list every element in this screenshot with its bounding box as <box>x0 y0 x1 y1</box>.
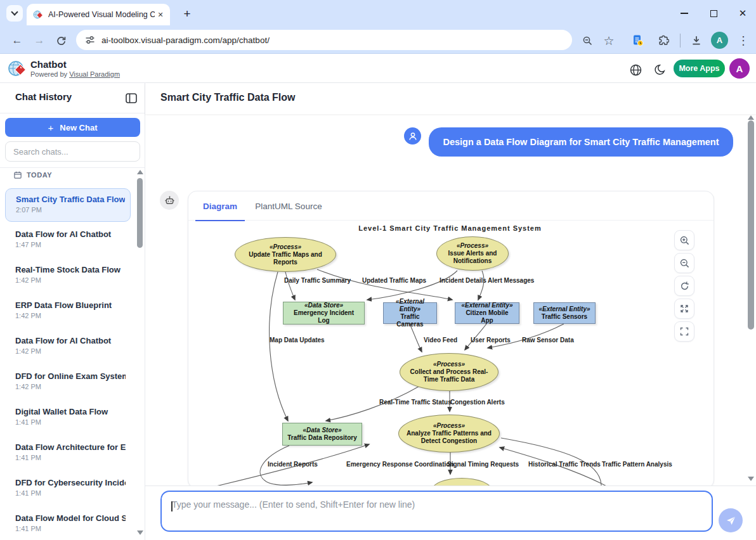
tab-search-button[interactable] <box>6 5 23 22</box>
main-scroll-down-arrow[interactable] <box>748 477 754 481</box>
app-title: Chatbot <box>30 59 67 70</box>
edge-label: Emergency Response Coordination <box>346 461 453 468</box>
back-button[interactable]: ← <box>8 31 27 50</box>
chat-list-item[interactable]: Data Flow Architecture for E-... 1:41 PM <box>5 437 131 470</box>
visual-paradigm-favicon-icon <box>33 10 43 20</box>
conversation-title-bar: Smart City Traffic Data Flow <box>145 83 756 114</box>
reload-button[interactable] <box>51 31 70 50</box>
zoom-out-page-button[interactable] <box>578 32 596 49</box>
extensions-puzzle-icon[interactable] <box>655 32 672 49</box>
chat-list-item[interactable]: Data Flow Model for Cloud S... 1:41 PM <box>5 508 131 540</box>
node-name: Traffic Cameras <box>388 313 433 328</box>
entity-traffic-sensors: «External Entity» Traffic Sensors <box>533 302 596 324</box>
downloads-button[interactable] <box>688 32 705 49</box>
new-chat-button[interactable]: + New Chat <box>5 118 140 137</box>
node-stereotype: «External Entity» <box>538 305 590 313</box>
triangle-up-icon <box>748 115 754 120</box>
reset-view-button[interactable] <box>674 276 694 296</box>
zoom-in-button[interactable] <box>674 230 694 250</box>
chat-list-item[interactable]: Real-Time Stock Data Flow 1:42 PM <box>5 259 131 293</box>
user-message-bubble: Design a Data Flow Diagram for Smart Cit… <box>429 127 733 157</box>
node-stereotype: «Data Store» <box>303 427 341 434</box>
diagram-canvas: Level-1 Smart City Traffic Management Sy… <box>195 221 705 485</box>
main-scroll-up-arrow[interactable] <box>748 115 754 120</box>
collapse-sidebar-button[interactable] <box>124 91 138 105</box>
powered-by-prefix: Powered by <box>30 70 67 78</box>
edge-label: Traffic Pattern Analysis <box>602 461 672 468</box>
fullscreen-button[interactable] <box>674 321 694 342</box>
url-text: ai-toolbox.visual-paradigm.com/app/chatb… <box>101 35 270 45</box>
account-avatar[interactable]: A <box>729 58 750 79</box>
process-collect-traffic-data: «Process» Collect and Process Real-Time … <box>400 353 499 391</box>
main-scrollbar-thumb[interactable] <box>748 120 754 330</box>
chat-list-item[interactable]: DFD for Cybersecurity Incide... 1:41 PM <box>5 472 131 506</box>
forward-button[interactable]: → <box>30 31 49 50</box>
chat-item-title: DFD for Online Exam System <box>15 371 126 381</box>
powered-by: Powered by Visual Paradigm <box>30 70 120 78</box>
chat-list-item[interactable]: Data Flow for AI Chatbot 1:47 PM <box>5 224 131 257</box>
more-apps-button[interactable]: More Apps <box>674 60 725 77</box>
entity-citizen-mobile-app: «External Entity» Citizen Mobile App <box>455 302 519 324</box>
tab-plantuml-source[interactable]: PlantUML Source <box>252 191 325 221</box>
sidebar-scrollbar-thumb[interactable] <box>137 178 143 248</box>
node-stereotype: «Data Store» <box>304 302 343 309</box>
chat-list-item[interactable]: Smart City Traffic Data Flow 2:07 PM <box>5 188 131 222</box>
language-button[interactable] <box>628 62 643 77</box>
node-name: Traffic Sensors <box>542 313 587 321</box>
chat-list-item[interactable]: Data Flow for AI Chatbot 1:42 PM <box>5 330 131 364</box>
chat-list-item[interactable]: ERP Data Flow Blueprint 1:42 PM <box>5 295 131 328</box>
visual-paradigm-link[interactable]: Visual Paradigm <box>69 70 120 78</box>
panel-toggle-icon <box>126 93 137 103</box>
edge-label: Signal Timing Requests <box>447 461 519 468</box>
node-stereotype: «Process» <box>457 242 488 250</box>
message-input[interactable] <box>160 491 713 532</box>
fit-expand-button[interactable] <box>674 299 694 319</box>
chat-scroll-area[interactable]: Design a Data Flow Diagram for Smart Cit… <box>145 114 756 485</box>
window-maximize-button[interactable] <box>704 5 723 22</box>
person-icon <box>408 131 418 141</box>
divider <box>0 167 145 168</box>
window-close-button[interactable]: ✕ <box>733 5 752 22</box>
visual-paradigm-logo-icon <box>8 59 27 78</box>
node-stereotype: «External Entity» <box>461 302 512 309</box>
fullscreen-brackets-icon <box>679 326 689 337</box>
paper-plane-icon <box>726 515 736 526</box>
new-tab-button[interactable]: + <box>179 6 195 22</box>
puzzle-icon <box>658 35 669 46</box>
chat-item-time: 1:41 PM <box>15 454 126 461</box>
chat-item-title: Data Flow Model for Cloud S... <box>15 513 126 523</box>
minimize-icon <box>681 13 688 14</box>
sidebar-scroll-up-arrow[interactable] <box>137 170 143 174</box>
node-name: Citizen Mobile App <box>459 309 515 325</box>
edge-label: Raw Sensor Data <box>522 337 574 344</box>
reset-icon <box>679 281 690 292</box>
search-chats-input[interactable] <box>5 141 140 162</box>
dark-mode-button[interactable] <box>652 62 667 77</box>
chat-item-title: ERP Data Flow Blueprint <box>15 300 126 310</box>
zoom-out-button[interactable] <box>674 253 694 273</box>
user-avatar <box>404 127 421 145</box>
triangle-down-icon <box>748 477 754 481</box>
chat-item-title: Data Flow for AI Chatbot <box>15 336 126 345</box>
browser-menu-kebab-icon[interactable]: ⋮ <box>734 32 752 49</box>
chat-list-item[interactable]: Digital Wallet Data Flow 1:41 PM <box>5 401 131 435</box>
entity-traffic-cameras: «External Entity» Traffic Cameras <box>383 302 437 324</box>
tab-diagram[interactable]: Diagram <box>195 191 245 221</box>
bookmark-star-icon[interactable]: ☆ <box>600 32 618 49</box>
message-composer <box>145 485 756 540</box>
chat-item-time: 1:42 PM <box>15 276 126 284</box>
chat-list-item[interactable]: DFD for Online Exam System 1:42 PM <box>5 366 131 399</box>
window-minimize-button[interactable] <box>675 5 694 22</box>
chat-item-time: 1:42 PM <box>15 383 126 390</box>
send-button[interactable] <box>719 508 743 532</box>
tab-title: AI-Powered Visual Modeling Ch <box>48 10 155 19</box>
robot-icon <box>164 195 175 206</box>
url-bar[interactable]: ai-toolbox.visual-paradigm.com/app/chatb… <box>76 30 572 50</box>
chat-item-title: Real-Time Stock Data Flow <box>15 265 126 274</box>
sidebar-scroll-down-arrow[interactable] <box>137 530 143 535</box>
edge-label: Updated Traffic Maps <box>362 277 426 284</box>
browser-profile-avatar[interactable]: A <box>711 32 728 49</box>
docs-extension-icon[interactable] <box>629 32 647 49</box>
tab-close-icon[interactable]: ✕ <box>155 9 166 20</box>
browser-tab[interactable]: AI-Powered Visual Modeling Ch ✕ <box>27 4 170 25</box>
